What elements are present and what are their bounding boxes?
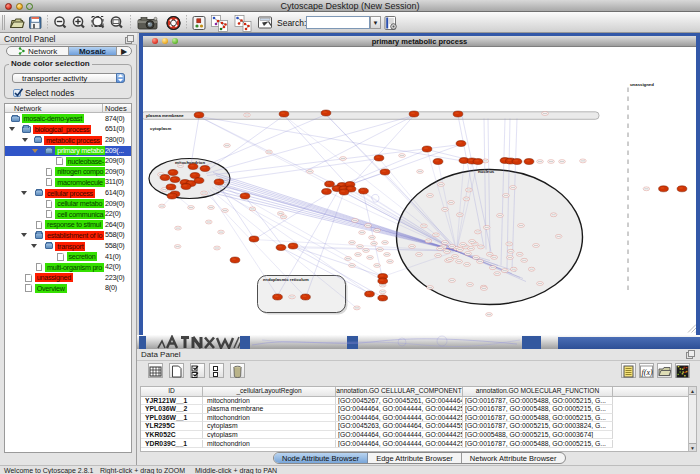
- svg-text:cytoplasm: cytoplasm: [150, 126, 171, 131]
- svg-text:unassigned: unassigned: [630, 82, 654, 87]
- svg-text:nucleus: nucleus: [478, 169, 495, 174]
- svg-text:f(x): f(x): [641, 367, 652, 376]
- svg-text:plasma membrane: plasma membrane: [146, 113, 184, 118]
